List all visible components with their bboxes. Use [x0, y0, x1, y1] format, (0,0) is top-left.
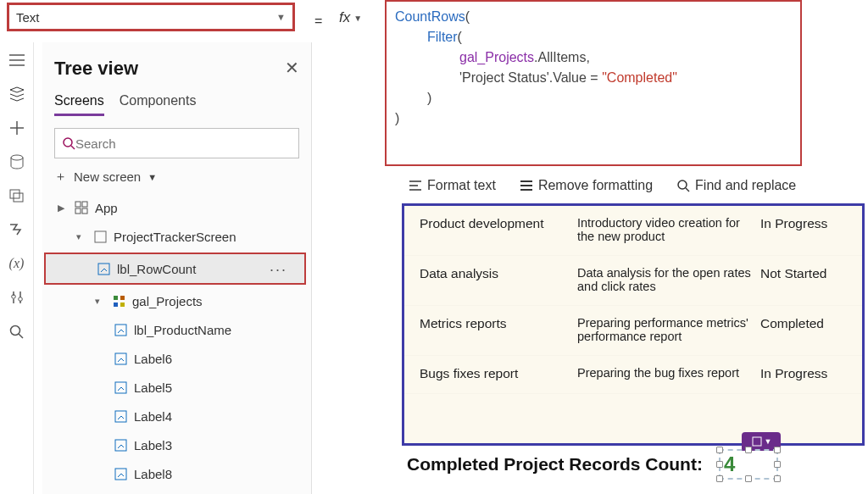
tree-node-gallery[interactable]: ▾ gal_Projects: [54, 286, 299, 315]
new-screen-label: New screen: [74, 169, 141, 184]
tree-node-child[interactable]: Label8: [54, 459, 299, 488]
gallery-cell-name: Bugs fixes report: [420, 366, 577, 381]
tab-components[interactable]: Components: [120, 93, 197, 116]
power-automate-icon[interactable]: [9, 222, 25, 237]
tab-screens[interactable]: Screens: [54, 93, 104, 116]
property-dropdown-value: Text: [16, 10, 40, 25]
count-value-control[interactable]: 4: [719, 449, 778, 480]
gallery-cell-status: Not Started: [760, 266, 826, 293]
resize-handle[interactable]: [774, 475, 781, 482]
tree-node-selected[interactable]: lbl_RowCount: [46, 254, 304, 283]
gallery-row[interactable]: Bugs fixes report Preparing the bug fixe…: [404, 356, 862, 394]
svg-rect-3: [14, 193, 23, 202]
formula-token: Filter: [427, 30, 458, 44]
gallery-cell-desc: Preparing performance metrics' performan…: [577, 316, 760, 343]
fx-dropdown[interactable]: fx ▼: [339, 9, 362, 26]
svg-rect-17: [120, 303, 125, 307]
formula-action-bar: Format text Remove formatting Find and r…: [385, 174, 817, 197]
label-icon: [114, 409, 127, 423]
media-icon[interactable]: [9, 188, 25, 203]
format-text-button[interactable]: Format text: [409, 178, 496, 193]
variables-icon[interactable]: (x): [9, 256, 25, 271]
more-icon[interactable]: ···: [270, 261, 287, 279]
new-screen-button[interactable]: ＋ New screen ▼: [54, 169, 299, 185]
gallery-row[interactable]: Data analysis Data analysis for the open…: [404, 256, 862, 306]
label-icon: [114, 323, 127, 336]
remove-formatting-button[interactable]: Remove formatting: [520, 178, 653, 193]
label-icon: [114, 438, 127, 452]
count-value: 4: [724, 452, 735, 476]
formula-token: "Completed": [602, 70, 677, 85]
label-icon: [114, 380, 127, 394]
chevron-down-icon: ▼: [276, 12, 286, 22]
chevron-down-icon: ▾: [95, 296, 105, 307]
tree-node-label: ProjectTrackerScreen: [114, 230, 299, 244]
tree-node-child[interactable]: Label3: [54, 430, 299, 459]
tree-selected-wrap: lbl_RowCount ···: [44, 253, 306, 285]
close-icon[interactable]: ✕: [285, 58, 299, 78]
tree-view-title: Tree view: [54, 58, 299, 80]
tree-node-app[interactable]: ▶ App: [54, 193, 299, 222]
tree-view-icon[interactable]: [9, 86, 25, 102]
gallery-preview[interactable]: Product development Introductory video c…: [402, 203, 865, 446]
advanced-tools-icon[interactable]: [9, 290, 25, 305]
svg-rect-15: [120, 296, 125, 300]
tree-node-label: Label6: [134, 352, 299, 366]
plus-icon[interactable]: [9, 120, 25, 136]
tree-node-label: Label4: [134, 409, 299, 424]
resize-handle[interactable]: [716, 475, 723, 482]
gallery-cell-name: Data analysis: [420, 266, 577, 293]
tree-search[interactable]: [54, 128, 299, 158]
svg-point-0: [678, 180, 687, 189]
resize-handle[interactable]: [716, 461, 723, 468]
resize-handle[interactable]: [774, 461, 781, 468]
gallery-cell-status: Completed: [760, 316, 824, 343]
find-replace-button[interactable]: Find and replace: [676, 178, 796, 193]
gallery-row[interactable]: Metrics reports Preparing performance me…: [404, 306, 862, 356]
formula-token: (: [458, 30, 462, 44]
resize-handle[interactable]: [716, 447, 723, 453]
resize-handle[interactable]: [774, 447, 781, 453]
svg-rect-24: [753, 437, 761, 446]
screen-icon: [93, 230, 107, 243]
svg-point-7: [64, 138, 72, 147]
edit-icon: [751, 436, 763, 447]
svg-rect-10: [75, 208, 81, 214]
svg-rect-2: [10, 190, 19, 198]
chevron-right-icon: ▶: [58, 203, 68, 214]
tree-list: ▶ App ▾ ProjectTrackerScreen lbl_RowCoun…: [54, 193, 299, 488]
remove-formatting-label: Remove formatting: [538, 178, 653, 193]
tree-node-screen[interactable]: ▾ ProjectTrackerScreen: [54, 222, 299, 251]
data-icon[interactable]: [9, 154, 25, 169]
resize-handle[interactable]: [745, 447, 752, 453]
property-dropdown[interactable]: Text ▼: [7, 3, 295, 31]
formula-token: CountRows: [395, 9, 465, 24]
tree-node-label: gal_Projects: [132, 294, 299, 308]
left-rail: (x): [0, 42, 34, 494]
gallery-cell-name: Product development: [420, 216, 577, 243]
tree-node-child[interactable]: Label6: [54, 344, 299, 373]
find-replace-label: Find and replace: [695, 178, 796, 193]
chevron-down-icon: ▼: [147, 172, 157, 182]
search-rail-icon[interactable]: [9, 324, 25, 339]
svg-rect-8: [75, 202, 81, 207]
formula-token: ): [427, 91, 431, 105]
label-icon: [114, 467, 127, 480]
formula-token: ): [395, 111, 399, 125]
fx-icon: fx: [339, 9, 350, 26]
formula-bar[interactable]: CountRows( Filter( gal_Projects.AllItems…: [385, 0, 802, 166]
tree-node-child[interactable]: Label4: [54, 402, 299, 430]
svg-rect-12: [95, 231, 106, 242]
gallery-cell-status: In Progress: [760, 216, 827, 243]
tree-search-input[interactable]: [75, 136, 292, 151]
tree-node-child[interactable]: Label5: [54, 373, 299, 402]
resize-handle[interactable]: [745, 475, 752, 482]
hamburger-icon[interactable]: [9, 53, 25, 68]
tree-node-child[interactable]: lbl_ProductName: [54, 315, 299, 344]
formula-token: (: [465, 9, 470, 24]
chevron-down-icon: ▼: [353, 14, 362, 23]
gallery-cell-desc: Data analysis for the open rates and cli…: [577, 266, 760, 293]
gallery-row[interactable]: Product development Introductory video c…: [404, 206, 862, 256]
search-icon: [62, 136, 75, 150]
gallery-cell-desc: Preparing the bug fixes report: [577, 366, 760, 381]
